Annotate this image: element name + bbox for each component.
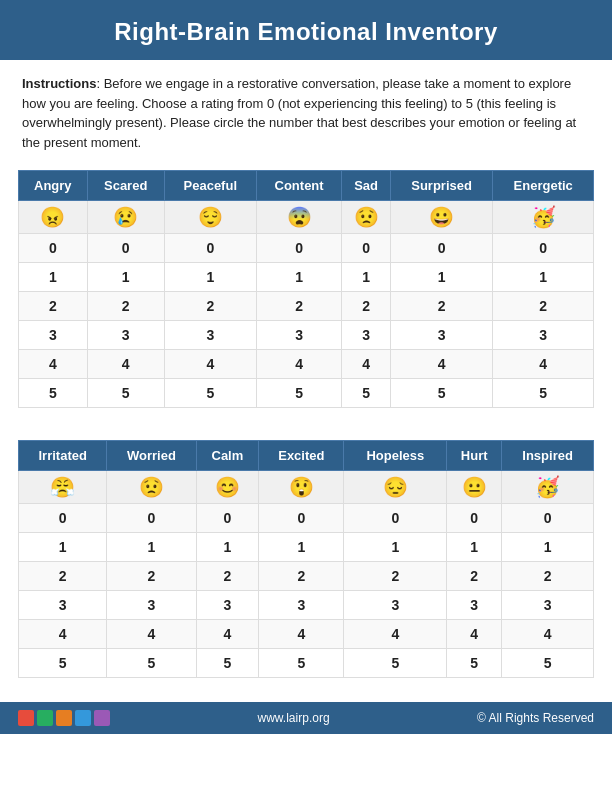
table2-header-row: Irritated Worried Calm Excited Hopeless …	[19, 441, 594, 471]
emoji-energetic: 🥳	[493, 201, 594, 234]
table-section-2: Irritated Worried Calm Excited Hopeless …	[0, 432, 612, 702]
th-content: Content	[256, 171, 342, 201]
instructions-label: Instructions	[22, 76, 96, 91]
emoji-peaceful: 😌	[164, 201, 256, 234]
table-section-1: Angry Scared Peaceful Content Sad Surpri…	[0, 162, 612, 432]
table1-header-row: Angry Scared Peaceful Content Sad Surpri…	[19, 171, 594, 201]
th-energetic: Energetic	[493, 171, 594, 201]
table-row: 4444444	[19, 350, 594, 379]
th-irritated: Irritated	[19, 441, 107, 471]
footer-copyright: © All Rights Reserved	[477, 711, 594, 725]
instructions-block: Instructions: Before we engage in a rest…	[0, 60, 612, 162]
emoji-sad: 😟	[342, 201, 390, 234]
table-row: 1111111	[19, 533, 594, 562]
emotion-table-2: Irritated Worried Calm Excited Hopeless …	[18, 440, 594, 678]
emotion-table-1: Angry Scared Peaceful Content Sad Surpri…	[18, 170, 594, 408]
footer-logo	[18, 710, 110, 726]
th-inspired: Inspired	[502, 441, 594, 471]
th-excited: Excited	[259, 441, 344, 471]
th-sad: Sad	[342, 171, 390, 201]
page-title: Right-Brain Emotional Inventory	[20, 18, 592, 46]
table-row: 5555555	[19, 379, 594, 408]
table-row: 4444444	[19, 620, 594, 649]
logo-block-blue	[75, 710, 91, 726]
emoji-scared: 😢	[87, 201, 164, 234]
emoji-worried: 😟	[107, 471, 196, 504]
logo-block-green	[37, 710, 53, 726]
table1-emoji-row: 😠 😢 😌 😨 😟 😀 🥳	[19, 201, 594, 234]
emoji-angry: 😠	[19, 201, 88, 234]
th-scared: Scared	[87, 171, 164, 201]
emoji-surprised: 😀	[390, 201, 493, 234]
emoji-hopeless: 😔	[344, 471, 447, 504]
table-row: 1111111	[19, 263, 594, 292]
header: Right-Brain Emotional Inventory	[0, 0, 612, 60]
th-surprised: Surprised	[390, 171, 493, 201]
logo-block-red	[18, 710, 34, 726]
table-row: 5555555	[19, 649, 594, 678]
th-angry: Angry	[19, 171, 88, 201]
footer: www.lairp.org © All Rights Reserved	[0, 702, 612, 734]
logo-block-purple	[94, 710, 110, 726]
th-calm: Calm	[196, 441, 259, 471]
logo-block-orange	[56, 710, 72, 726]
table-row: 0000000	[19, 504, 594, 533]
table-row: 2222222	[19, 292, 594, 321]
table2-emoji-row: 😤 😟 😊 😲 😔 😐 🥳	[19, 471, 594, 504]
table-row: 0000000	[19, 234, 594, 263]
emoji-calm: 😊	[196, 471, 259, 504]
emoji-excited: 😲	[259, 471, 344, 504]
emoji-inspired: 🥳	[502, 471, 594, 504]
emoji-irritated: 😤	[19, 471, 107, 504]
th-peaceful: Peaceful	[164, 171, 256, 201]
footer-url: www.lairp.org	[258, 711, 330, 725]
table-row: 3333333	[19, 321, 594, 350]
table-row: 3333333	[19, 591, 594, 620]
emoji-hurt: 😐	[447, 471, 502, 504]
table-row: 2222222	[19, 562, 594, 591]
th-hopeless: Hopeless	[344, 441, 447, 471]
emoji-content: 😨	[256, 201, 342, 234]
th-worried: Worried	[107, 441, 196, 471]
th-hurt: Hurt	[447, 441, 502, 471]
instructions-text: : Before we engage in a restorative conv…	[22, 76, 576, 150]
